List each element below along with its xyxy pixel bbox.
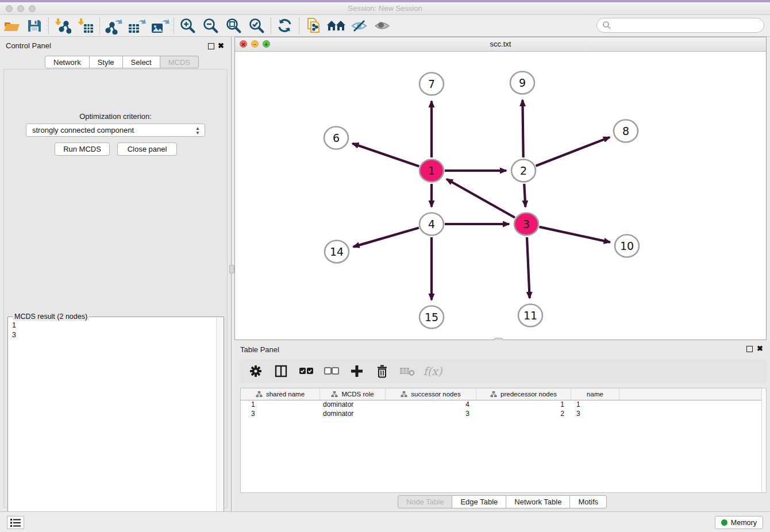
zoom-in-button[interactable]: [176, 17, 199, 35]
clone-network-icon: [305, 17, 322, 35]
control-panel-tabs: Network Style Select MCDS: [45, 56, 199, 68]
function-builder-button[interactable]: f(x): [424, 363, 441, 380]
hierarchy-icon: [331, 391, 338, 398]
graph-node-label-9: 9: [519, 76, 526, 89]
delete-column-button[interactable]: [374, 363, 391, 380]
dropdown-value: strongly connected component: [32, 126, 134, 134]
status-bar: Memory: [0, 511, 770, 532]
graph-edge-2-8[interactable]: [536, 137, 610, 166]
hierarchy-icon: [490, 391, 497, 398]
graph-edge-3-1[interactable]: [446, 179, 515, 218]
graph-edge-3-11[interactable]: [527, 237, 530, 298]
graph-edge-3-10[interactable]: [539, 227, 610, 242]
table-scrollbar[interactable]: [761, 388, 766, 492]
zoom-out-button[interactable]: [199, 17, 222, 35]
homes-icon: [326, 18, 346, 34]
memory-button[interactable]: Memory: [715, 516, 763, 529]
tab-motifs[interactable]: Motifs: [570, 495, 607, 508]
table-split-view-button[interactable]: [272, 363, 290, 380]
export-image-button[interactable]: [148, 17, 171, 35]
column-header-shared-name[interactable]: shared name: [241, 388, 320, 400]
show-all-button[interactable]: [371, 17, 394, 35]
deselect-all-rows-button[interactable]: [323, 363, 340, 380]
optimization-criterion-select[interactable]: strongly connected component ▲▼: [26, 124, 205, 137]
column-header-successor-nodes[interactable]: successor nodes: [386, 388, 476, 400]
close-panel-icon[interactable]: ✖: [218, 41, 224, 50]
toolbar-separator: [271, 18, 271, 34]
select-all-rows-button[interactable]: [298, 363, 315, 380]
cell-shared-name: 1: [241, 400, 320, 410]
clone-network-button[interactable]: [302, 17, 325, 35]
tab-mcds[interactable]: MCDS: [160, 56, 199, 68]
control-panel-header: Control Panel ✖: [0, 39, 231, 53]
tab-network[interactable]: Network: [45, 56, 90, 68]
optimization-criterion-label: Optimization criterion:: [4, 112, 227, 121]
column-header-mcds-role[interactable]: MCDS role: [320, 388, 386, 400]
tab-select[interactable]: Select: [123, 56, 160, 68]
graph-node-label-14: 14: [330, 245, 344, 258]
tab-network-table[interactable]: Network Table: [506, 495, 570, 508]
table-settings-button[interactable]: [247, 363, 264, 380]
network-window-title: scc.txt: [235, 40, 766, 48]
close-panel-button[interactable]: Close panel: [117, 142, 177, 156]
graph-edge-4-14[interactable]: [353, 228, 419, 246]
task-history-button[interactable]: [7, 516, 24, 529]
toolbar-separator: [48, 18, 49, 34]
dropdown-stepper-icon: ▲▼: [194, 125, 201, 136]
save-icon: [26, 18, 43, 34]
import-table-icon: [77, 17, 94, 34]
column-header-name[interactable]: name: [571, 388, 619, 400]
run-mcds-button[interactable]: Run MCDS: [55, 142, 110, 156]
hierarchy-icon: [401, 391, 407, 398]
result-scrollbar[interactable]: [216, 318, 224, 532]
import-network-button[interactable]: [51, 17, 74, 35]
export-table-button[interactable]: [125, 17, 148, 35]
graph-edge-1-6[interactable]: [352, 144, 419, 167]
import-network-icon: [54, 17, 71, 34]
cell-name: 1: [571, 400, 619, 410]
graph-node-label-10: 10: [620, 240, 634, 252]
table-row[interactable]: 1 dominator 4 1 1: [241, 400, 766, 410]
checked-boxes-icon: [299, 367, 314, 376]
graph-node-label-8: 8: [622, 125, 629, 137]
column-header-predecessor-nodes[interactable]: predecessor nodes: [476, 388, 571, 400]
open-file-button[interactable]: [0, 17, 23, 35]
table-tabs: Node Table Edge Table Network Table Moti…: [234, 495, 770, 508]
vertical-divider-handle[interactable]: [229, 265, 234, 273]
cell-predecessor-nodes: 1: [476, 400, 571, 410]
export-network-button[interactable]: [102, 17, 125, 35]
tab-style[interactable]: Style: [90, 56, 123, 68]
close-table-panel-icon[interactable]: ✖: [757, 344, 763, 353]
graph-edge-2-3[interactable]: [524, 184, 525, 207]
app-titlebar: Session: New Session: [0, 2, 770, 15]
float-table-panel-icon[interactable]: [746, 346, 753, 352]
save-session-button[interactable]: [23, 17, 46, 35]
cell-shared-name: 3: [241, 410, 320, 419]
zoom-fit-button[interactable]: [222, 17, 245, 35]
delete-table-button[interactable]: [399, 363, 416, 380]
first-neighbors-button[interactable]: [325, 17, 348, 35]
graph-node-label-2: 2: [520, 164, 527, 177]
network-view-window: ✕ − + scc.txt 7968124314101511: [234, 37, 767, 340]
node-table: shared name MCDS role successor nodes pr…: [240, 388, 767, 493]
search-field-wrap: [596, 18, 764, 33]
refresh-view-button[interactable]: [274, 17, 297, 35]
toolbar-separator: [99, 18, 100, 34]
search-input[interactable]: [596, 18, 764, 33]
export-network-icon: [105, 17, 123, 34]
hide-selected-button[interactable]: [348, 17, 371, 35]
graph-edge-2-9[interactable]: [522, 100, 523, 157]
add-column-button[interactable]: [348, 363, 365, 380]
cell-mcds-role: dominator: [320, 410, 386, 419]
zoom-selected-button[interactable]: [245, 17, 268, 35]
graph-node-label-6: 6: [333, 132, 340, 144]
tab-node-table[interactable]: Node Table: [398, 495, 453, 508]
tab-edge-table[interactable]: Edge Table: [452, 495, 506, 508]
eye-icon: [373, 18, 391, 34]
network-canvas[interactable]: 7968124314101511: [235, 52, 766, 340]
table-row[interactable]: 3 dominator 3 2 3: [241, 410, 766, 419]
main-toolbar: [0, 16, 770, 37]
float-panel-icon[interactable]: [208, 43, 214, 49]
import-table-button[interactable]: [74, 17, 97, 35]
open-folder-icon: [3, 18, 20, 34]
